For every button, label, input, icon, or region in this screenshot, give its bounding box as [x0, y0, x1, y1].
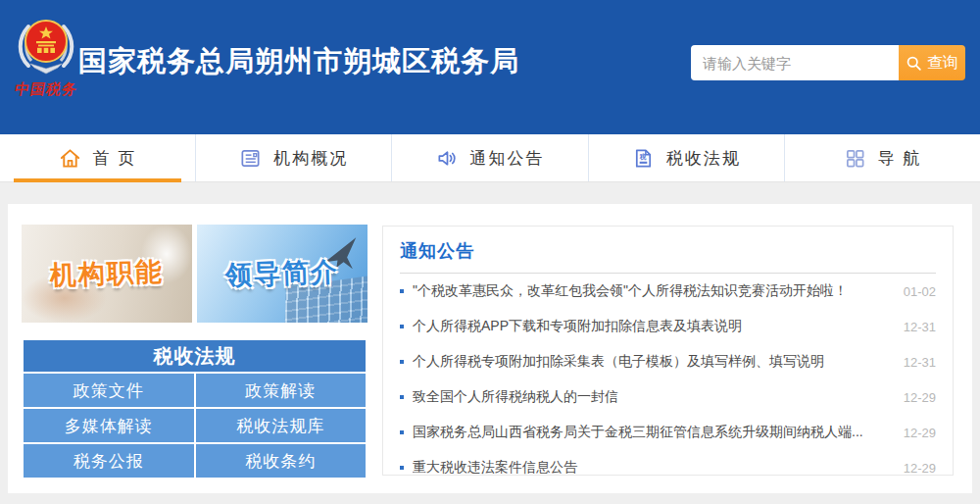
- banner-org-functions[interactable]: 机构职能: [22, 225, 192, 323]
- tab-home[interactable]: 首 页: [0, 134, 195, 181]
- notice-list: "个税改革惠民众，改革红包我会领"个人所得税法知识竞赛活动开始啦！ 01-02 …: [400, 274, 936, 485]
- tab-notices[interactable]: 通知公告: [391, 134, 587, 181]
- bullet-icon: [400, 430, 404, 434]
- notice-date: 12-29: [904, 426, 936, 440]
- search-icon: [906, 55, 922, 72]
- notice-item[interactable]: 致全国个人所得税纳税人的一封信 12-29: [400, 379, 936, 415]
- tax-emblem-icon: [15, 12, 77, 75]
- notice-date: 12-29: [904, 390, 936, 405]
- notice-text: "个税改革惠民众，改革红包我会领"个人所得税法知识竞赛活动开始啦！: [413, 282, 892, 300]
- banner-leader-intro[interactable]: 领导简介: [197, 225, 368, 323]
- org-doc-icon: [239, 147, 262, 170]
- site-title: 国家税务总局朔州市朔城区税务局: [78, 42, 519, 81]
- tab-label: 通知公告: [470, 147, 545, 170]
- banner-label: 领导简介: [224, 254, 339, 293]
- site-header: 中国税务 国家税务总局朔州市朔城区税务局 查询: [0, 0, 980, 134]
- tab-label: 机构概况: [273, 147, 348, 170]
- notice-panel-title: 通知公告: [400, 239, 936, 263]
- tab-tax-law[interactable]: 税 税收法规: [588, 134, 784, 181]
- bullet-icon: [400, 360, 404, 364]
- notice-text: 重大税收违法案件信息公告: [413, 459, 892, 477]
- notice-date: 12-29: [904, 461, 936, 476]
- notice-text: 国家税务总局山西省税务局关于金税三期征管信息系统升级期间纳税人端...: [413, 424, 892, 441]
- law-link-policy-files[interactable]: 政策文件: [23, 373, 195, 408]
- notice-item[interactable]: "个税改革惠民众，改革红包我会领"个人所得税法知识竞赛活动开始啦！ 01-02: [400, 274, 936, 309]
- banner-row: 机构职能 领导简介: [22, 225, 368, 323]
- notice-item[interactable]: 重大税收违法案件信息公告 12-29: [400, 450, 936, 485]
- tab-label: 导 航: [878, 147, 922, 170]
- tab-label: 税收法规: [666, 147, 741, 170]
- law-doc-icon: 税: [632, 147, 655, 170]
- tax-law-table: 税收法规 政策文件 政策解读 多媒体解读 税收法规库 税务公报 税收条约: [22, 338, 368, 479]
- notice-item[interactable]: 国家税务总局山西省税务局关于金税三期征管信息系统升级期间纳税人端... 12-2…: [400, 415, 936, 450]
- speaker-icon: [436, 147, 459, 170]
- logo-caption: 中国税务: [10, 80, 81, 99]
- search-button[interactable]: 查询: [899, 45, 965, 80]
- grid-icon: [844, 147, 866, 170]
- notice-text: 个人所得税APP下载和专项附加扣除信息表及填表说明: [413, 318, 892, 335]
- notice-date: 12-31: [904, 355, 936, 370]
- bullet-icon: [400, 289, 404, 293]
- law-link-law-database[interactable]: 税收法规库: [195, 408, 368, 443]
- banner-label: 机构职能: [49, 254, 164, 293]
- bullet-icon: [400, 395, 404, 399]
- search-button-label: 查询: [927, 53, 958, 74]
- svg-text:税: 税: [638, 152, 648, 160]
- notice-item[interactable]: 个人所得税专项附加扣除采集表（电子模板）及填写样例、填写说明 12-31: [400, 344, 936, 379]
- notice-panel: 通知公告 "个税改革惠民众，改革红包我会领"个人所得税法知识竞赛活动开始啦！ 0…: [382, 226, 954, 476]
- law-link-policy-interpretation[interactable]: 政策解读: [195, 373, 368, 408]
- notice-date: 01-02: [904, 284, 936, 299]
- law-table-title: 税收法规: [23, 339, 367, 373]
- main-nav: 首 页 机构概况 通知公告 税 税收法规: [0, 134, 980, 182]
- notice-item[interactable]: 个人所得税APP下载和专项附加扣除信息表及填表说明 12-31: [400, 309, 936, 344]
- tax-bureau-logo[interactable]: 中国税务: [12, 12, 80, 99]
- search-bar: 查询: [691, 45, 965, 80]
- law-link-tax-treaties[interactable]: 税收条约: [195, 443, 368, 479]
- law-link-multimedia[interactable]: 多媒体解读: [23, 408, 195, 443]
- tab-navigation[interactable]: 导 航: [784, 134, 980, 181]
- notice-text: 致全国个人所得税纳税人的一封信: [413, 388, 892, 406]
- home-icon: [59, 147, 81, 170]
- left-column: 机构职能 领导简介 税收法规 政策文件 政策解读 多媒体解读: [22, 225, 368, 479]
- notice-date: 12-31: [904, 320, 936, 334]
- notice-text: 个人所得税专项附加扣除采集表（电子模板）及填写样例、填写说明: [413, 353, 892, 371]
- tab-organization[interactable]: 机构概况: [195, 134, 391, 181]
- search-input[interactable]: [691, 45, 899, 80]
- law-link-tax-gazette[interactable]: 税务公报: [23, 443, 195, 479]
- bullet-icon: [400, 466, 404, 470]
- content-card: 机构职能 领导简介 税收法规 政策文件 政策解读 多媒体解读: [8, 204, 972, 493]
- tab-label: 首 页: [93, 147, 137, 170]
- bullet-icon: [400, 325, 404, 328]
